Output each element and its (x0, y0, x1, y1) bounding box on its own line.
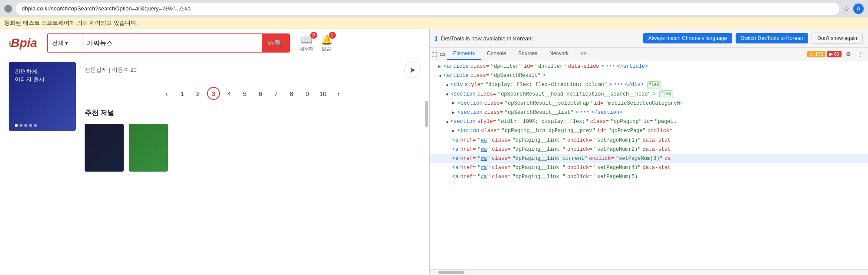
search-button[interactable]: ide 🔍 (262, 34, 289, 52)
flex-badge-2: flex (659, 90, 673, 98)
main-results: 전문잡지 | 이용수 20 ➤ ‹ 1 2 3 4 5 6 7 8 9 10 › (85, 62, 421, 172)
page-3-button[interactable]: 3 (207, 87, 220, 100)
notification-badge: 0 (329, 32, 336, 39)
triangle-icon[interactable]: ▶ (452, 109, 455, 116)
promo-text: 간편하게,이티지 출시 (15, 68, 70, 83)
triangle-icon[interactable]: ▶ (452, 100, 455, 107)
results-meta: 전문잡지 | 이용수 20 ➤ (85, 62, 421, 78)
tab-more[interactable]: >> (575, 48, 593, 60)
code-line-11[interactable]: <a href="#a" class="dpPaging__link curre… (430, 154, 868, 163)
search-input[interactable] (82, 40, 262, 47)
code-line-6[interactable]: ▶ <section class="dpSearchResult__list">… (430, 108, 868, 117)
main-layout: 𝔦Bpia 전체 ▾ ide 🔍 📖 0 내서재 (0, 29, 868, 275)
code-line-3[interactable]: ▼ <div style="display: flex; flex-direct… (430, 80, 868, 89)
address-bar[interactable]: dbpia.co.kr/search/topSearch?searchOptio… (16, 3, 839, 15)
library-badge: 0 (310, 32, 317, 39)
journal-card-2[interactable] (129, 124, 168, 172)
automation-bar: 동화된 테스트 소프트웨어에 의해 제어되고 있습니다. (0, 17, 868, 29)
code-line-13[interactable]: <a href="#a" class="dpPaging__link " onc… (430, 172, 868, 182)
always-match-button[interactable]: Always match Chrome's language (643, 33, 732, 43)
devtools-code-view[interactable]: ▶ <article class="dpFilter" id="dpFilter… (430, 60, 868, 269)
prev-page-button[interactable]: ‹ (160, 87, 173, 100)
code-line-12[interactable]: <a href="#a" class="dpPaging__link " onc… (430, 163, 868, 172)
idea-logo: ide (268, 40, 274, 46)
search-box: 전체 ▾ ide 🔍 (47, 33, 290, 53)
code-line-5[interactable]: ▶ <section class="dpSearchResult__select… (430, 99, 868, 108)
tab-sources[interactable]: Sources (512, 48, 543, 60)
notification-text: DevTools is now available in Korean! (441, 35, 640, 42)
bookmark-icon[interactable]: ☆ (843, 4, 850, 13)
page-2-button[interactable]: 2 (191, 87, 204, 100)
triangle-icon[interactable]: ▶ (452, 128, 455, 135)
tab-console[interactable]: Console (481, 48, 512, 60)
devtools-tabs: ⬚ ▭ Elements Console Sources Network >> … (430, 48, 868, 60)
site-header: 𝔦Bpia 전체 ▾ ide 🔍 📖 0 내서재 (0, 29, 429, 57)
settings-icon[interactable]: ⚙ (843, 49, 854, 59)
dot-2 (20, 124, 23, 127)
promo-banner: 간편하게,이티지 출시 (9, 62, 76, 131)
notification-label: 알림 (322, 46, 331, 52)
triangle-icon[interactable]: ▼ (443, 121, 450, 123)
site-logo: 𝔦Bpia (9, 36, 37, 50)
page-1-button[interactable]: 1 (176, 87, 189, 100)
devtools-horizontal-scrollbar[interactable] (430, 269, 868, 275)
devtools-notification: ℹ DevTools is now available in Korean! A… (430, 29, 868, 48)
recommended-section: 추천 저널 (85, 109, 421, 172)
tab-network[interactable]: Network (543, 48, 575, 60)
devtools-icon-tabs: ⬚ ▭ (431, 50, 445, 57)
page-8-button[interactable]: 8 (285, 87, 298, 100)
page-6-button[interactable]: 6 (254, 87, 267, 100)
library-icon-item[interactable]: 📖 0 내서재 (299, 34, 314, 52)
send-icon[interactable]: ➤ (404, 62, 421, 78)
dot-4 (29, 124, 32, 127)
code-line-10[interactable]: <a href="#a" class="dpPaging__link " onc… (430, 145, 868, 154)
code-line-8[interactable]: ▶ <button class="dpPaging__btn dpPaging_… (430, 126, 868, 136)
code-line-9[interactable]: <a href="#a" class="dpPaging__link " onc… (430, 136, 868, 145)
next-page-button[interactable]: › (332, 87, 345, 100)
search-icon: 🔍 (274, 39, 283, 47)
triangle-icon[interactable]: ▼ (443, 84, 450, 86)
header-icons: 📖 0 내서재 🔔 0 알림 (299, 34, 332, 52)
flex-badge: flex (647, 81, 661, 89)
triangle-icon[interactable]: ▼ (436, 75, 443, 77)
page-4-button[interactable]: 4 (223, 87, 236, 100)
page-9-button[interactable]: 9 (301, 87, 314, 100)
page-10-button[interactable]: 10 (316, 87, 329, 100)
inspect-icon[interactable]: ⬚ (431, 50, 437, 57)
browser-chrome: dbpia.co.kr/search/topSearch?searchOptio… (0, 0, 868, 17)
address-query: 가짜뉴스#a (162, 5, 191, 12)
page-5-button[interactable]: 5 (238, 87, 251, 100)
tab-elements[interactable]: Elements (447, 48, 481, 60)
left-sidebar: 간편하게,이티지 출시 (9, 62, 76, 172)
responsive-icon[interactable]: ▭ (440, 50, 445, 57)
dot-1 (15, 124, 18, 127)
page-7-button[interactable]: 7 (270, 87, 283, 100)
switch-devtools-button[interactable]: Switch DevTools to Korean (736, 33, 808, 43)
browser-nav-icon (4, 5, 12, 13)
pagination: ‹ 1 2 3 4 5 6 7 8 9 10 › (85, 87, 421, 100)
code-line-7[interactable]: ▼ <section style="width: 100%; display: … (430, 117, 868, 126)
error-badge: ▶ 60 (827, 51, 842, 57)
notification-icon-item[interactable]: 🔔 0 알림 (321, 34, 332, 52)
devtools-panel: ℹ DevTools is now available in Korean! A… (430, 29, 868, 275)
promo-dots (15, 124, 37, 127)
triangle-icon[interactable]: ▶ (438, 63, 441, 70)
more-options-icon[interactable]: ⋮ (855, 49, 866, 59)
address-plain: dbpia.co.kr/search/topSearch?searchOptio… (22, 5, 162, 12)
search-category-selector[interactable]: 전체 ▾ (48, 34, 82, 52)
code-line-2[interactable]: ▼ <article class="dpSearchResult"> (430, 71, 868, 80)
code-line-1[interactable]: ▶ <article class="dpFilter" id="dpFilter… (430, 62, 868, 71)
chevron-down-icon: ▾ (65, 40, 68, 46)
journal-cards (85, 124, 421, 172)
code-line-4[interactable]: ▼ <section class="dpSearchResult__head n… (430, 90, 868, 99)
dot-3 (24, 124, 27, 127)
warning-badge: ⚠ 172 (807, 51, 825, 57)
site-content: 간편하게,이티지 출시 전문잡지 | 이용수 20 ➤ (0, 57, 429, 176)
triangle-icon[interactable]: ▼ (443, 93, 450, 96)
dot-5 (34, 124, 37, 127)
profile-avatar[interactable]: A (853, 3, 864, 14)
horizontal-scroll-thumb (438, 271, 464, 274)
journal-card-1[interactable] (85, 124, 124, 172)
dont-show-again-button[interactable]: Don't show again (812, 33, 863, 44)
info-icon: ℹ (435, 34, 437, 43)
